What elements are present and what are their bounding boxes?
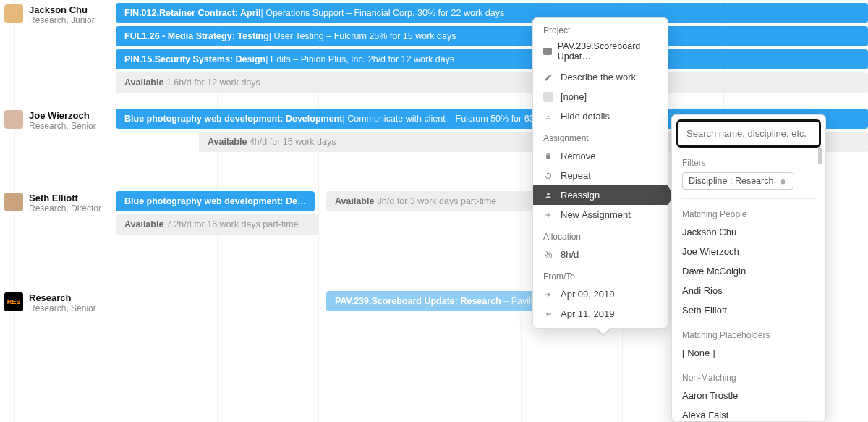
menu-item-remove[interactable]: Remove bbox=[533, 146, 668, 166]
menu-item-repeat[interactable]: Repeat bbox=[533, 166, 668, 185]
search-input[interactable] bbox=[681, 124, 817, 143]
avatar bbox=[4, 193, 23, 211]
list-item[interactable]: Alexa Faist bbox=[672, 405, 825, 421]
menu-section-label: Allocation bbox=[533, 224, 668, 245]
person-header[interactable]: Joe Wierzoch Research, Senior bbox=[0, 107, 116, 134]
filter-chip[interactable]: Discipline : Research bbox=[682, 172, 793, 190]
person-name: Research bbox=[29, 292, 96, 303]
person-role: Research, Senior bbox=[29, 121, 96, 131]
list-item[interactable]: Aaron Trostle bbox=[672, 386, 825, 405]
popup-pointer-icon bbox=[597, 328, 610, 334]
avatar bbox=[4, 4, 23, 23]
person-name: Seth Elliott bbox=[29, 193, 101, 203]
trash-icon bbox=[543, 152, 553, 161]
menu-item-to-date[interactable]: Apr 11, 2019 bbox=[533, 304, 668, 324]
assignment-bar[interactable]: FUL1.26 - Media Strategy: Testing | User… bbox=[116, 26, 868, 46]
percent-icon: % bbox=[543, 250, 553, 260]
menu-item-from-date[interactable]: Apr 09, 2019 bbox=[533, 284, 668, 304]
empty-chip-icon bbox=[543, 92, 553, 102]
person-header[interactable]: RES Research Research, Senior bbox=[0, 290, 116, 316]
menu-item-allocation[interactable]: % 8h/d bbox=[533, 245, 668, 264]
pencil-icon bbox=[543, 73, 553, 82]
reassign-flyout: Filters Discipline : Research Matching P… bbox=[671, 114, 826, 421]
list-item[interactable]: Andi Rios bbox=[672, 281, 825, 300]
person-role: Research, Junior bbox=[29, 15, 95, 25]
person-role: Research, Senior bbox=[29, 303, 96, 313]
menu-item-reassign[interactable]: Reassign bbox=[533, 185, 668, 205]
assignment-context-menu: Project PAV.239.Scoreboard Updat… Descri… bbox=[532, 17, 668, 329]
project-color-chip bbox=[543, 48, 552, 55]
flyout-section-label: Matching People bbox=[672, 203, 825, 222]
date-start-icon bbox=[543, 290, 553, 299]
menu-project-row[interactable]: PAV.239.Scoreboard Updat… bbox=[533, 38, 668, 67]
list-item[interactable]: [ None ] bbox=[672, 343, 825, 363]
menu-item-new-assignment[interactable]: New Assignment bbox=[533, 205, 668, 224]
list-item[interactable]: Joe Wierzoch bbox=[672, 242, 825, 261]
scrollbar-thumb[interactable] bbox=[818, 147, 822, 164]
flyout-section-label: Filters bbox=[672, 152, 825, 171]
person-header[interactable]: Jackson Chu Research, Junior bbox=[0, 1, 116, 28]
avatar: RES bbox=[4, 292, 23, 311]
person-name: Jackson Chu bbox=[29, 4, 95, 15]
list-item[interactable]: Seth Elliott bbox=[672, 300, 825, 320]
flyout-section-label: Matching Placeholders bbox=[672, 324, 825, 343]
person-header[interactable]: Seth Elliott Research, Director bbox=[0, 190, 116, 216]
person-icon bbox=[543, 191, 553, 200]
menu-item-describe[interactable]: Describe the work bbox=[533, 67, 668, 87]
flyout-section-label: Non-Matching bbox=[672, 367, 825, 386]
assignment-bar[interactable]: PIN.15.Security Systems: Design | Edits … bbox=[116, 49, 868, 69]
menu-section-label: From/To bbox=[533, 264, 668, 284]
menu-item-hide-details[interactable]: Hide details bbox=[533, 106, 668, 126]
search-field-wrapper bbox=[676, 119, 821, 148]
date-end-icon bbox=[543, 310, 553, 318]
collapse-icon bbox=[543, 112, 553, 121]
availability-bar[interactable]: Available 7.2h/d for 16 work days part-t… bbox=[116, 214, 318, 235]
menu-section-label: Assignment bbox=[533, 126, 668, 146]
svg-rect-0 bbox=[546, 118, 551, 119]
assignment-bar[interactable]: FIN.012.Retainer Contract: April | Opera… bbox=[116, 3, 868, 23]
plus-icon bbox=[543, 211, 553, 219]
avatar bbox=[4, 110, 23, 129]
menu-item-none[interactable]: [none] bbox=[533, 87, 668, 106]
person-role: Research, Director bbox=[29, 203, 101, 214]
menu-section-label: Project bbox=[533, 18, 668, 38]
remove-filter-icon[interactable] bbox=[779, 177, 787, 185]
list-item[interactable]: Dave McColgin bbox=[672, 261, 825, 281]
list-item[interactable]: Jackson Chu bbox=[672, 222, 825, 242]
repeat-icon bbox=[543, 172, 553, 180]
person-name: Joe Wierzoch bbox=[29, 110, 96, 121]
availability-bar[interactable]: Available 1.6h/d for 12 work days bbox=[116, 72, 868, 93]
assignment-bar[interactable]: Blue photography web development: De… bbox=[116, 191, 315, 211]
